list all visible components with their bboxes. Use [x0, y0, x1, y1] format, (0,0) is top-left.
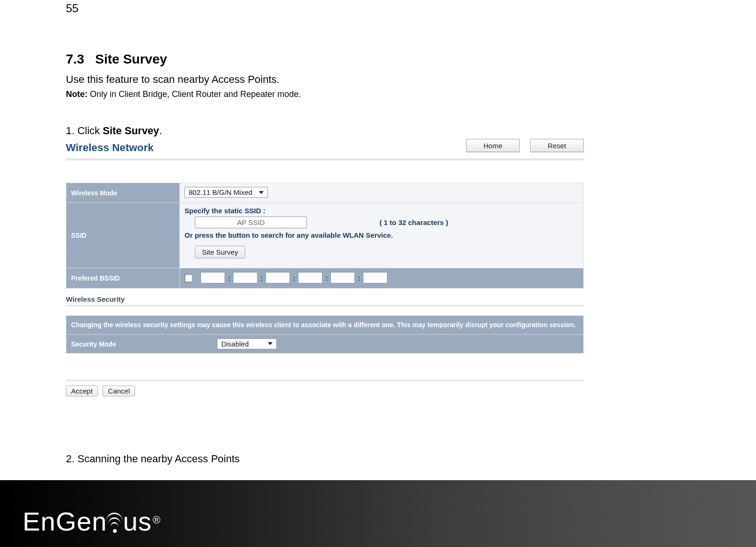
cancel-button[interactable]: Cancel [103, 386, 135, 396]
row-ssid: SSID Specify the static SSID : AP SSID (… [66, 203, 584, 268]
ssid-value-cell: Specify the static SSID : AP SSID ( 1 to… [180, 203, 584, 268]
row-wireless-mode: Wireless Mode 802.11 B/G/N Mixed [66, 183, 584, 203]
preferred-bssid-label: Prefered BSSID [66, 268, 180, 289]
mac-octet-2[interactable] [233, 272, 257, 283]
wireless-security-table: Changing the wireless security settings … [66, 315, 584, 354]
colon-icon: : [355, 274, 363, 282]
security-warning-text: Changing the wireless security settings … [66, 316, 584, 335]
chevron-down-icon [259, 191, 264, 194]
mac-octet-3[interactable] [265, 272, 290, 283]
row-security-warning: Changing the wireless security settings … [66, 316, 584, 335]
screenshot-panel: Wireless Network Home Reset Wireless Mod… [66, 142, 584, 396]
ssid-char-hint: ( 1 to 32 characters ) [379, 218, 448, 226]
ssid-help-2: Or press the button to search for any av… [185, 231, 579, 239]
row-security-mode: Security Mode Disabled [66, 334, 584, 353]
ssid-input[interactable]: AP SSID [195, 217, 307, 228]
wifi-icon [106, 510, 124, 534]
divider [66, 159, 584, 161]
step1-prefix: 1. Click [66, 125, 103, 137]
site-survey-button[interactable]: Site Survey [195, 246, 245, 258]
section-heading: 7.3 Site Survey [66, 52, 645, 67]
colon-icon: : [322, 274, 330, 282]
wireless-mode-value: 802.11 B/G/N Mixed [189, 188, 252, 196]
home-button[interactable]: Home [466, 139, 520, 152]
ssid-help-1: Specify the static SSID : [185, 207, 579, 215]
page-footer: EnGen us® [0, 480, 756, 547]
accept-button[interactable]: Accept [66, 386, 98, 396]
wireless-mode-select[interactable]: 802.11 B/G/N Mixed [185, 187, 268, 198]
reset-button[interactable]: Reset [530, 139, 584, 152]
security-mode-value: Disabled [221, 340, 249, 348]
security-mode-select[interactable]: Disabled [217, 338, 277, 349]
wireless-mode-label: Wireless Mode [66, 183, 180, 203]
mac-input-group: : : : : : [201, 272, 387, 283]
note-text: Only in Client Bridge, Client Router and… [88, 89, 301, 99]
section-description: Use this feature to scan nearby Access P… [66, 73, 645, 86]
ssid-label: SSID [66, 203, 180, 268]
section-number: 7.3 [66, 52, 84, 66]
wireless-security-header: Wireless Security [66, 295, 584, 303]
chevron-down-icon [268, 342, 273, 345]
colon-icon: : [290, 274, 298, 282]
step-1: 1. Click Site Survey. [66, 125, 645, 137]
preferred-bssid-checkbox[interactable] [185, 274, 193, 282]
wireless-settings-table: Wireless Mode 802.11 B/G/N Mixed SSID Sp… [66, 183, 584, 289]
colon-icon: : [225, 274, 233, 282]
security-mode-label: Security Mode [71, 340, 116, 348]
preferred-bssid-value-cell: : : : : : [180, 268, 584, 289]
mac-octet-5[interactable] [330, 272, 355, 283]
divider [66, 380, 584, 382]
mac-octet-4[interactable] [298, 272, 322, 283]
engenius-logo: EnGen us® [23, 506, 161, 537]
mac-octet-6[interactable] [363, 272, 387, 283]
page-number: 55 [66, 2, 645, 15]
step-2: 2. Scanning the nearby Access Points [66, 453, 645, 465]
step1-suffix: . [159, 125, 162, 137]
divider [66, 305, 584, 307]
mac-octet-1[interactable] [201, 272, 225, 283]
note-label: Note: [66, 89, 88, 99]
section-note: Note: Only in Client Bridge, Client Rout… [66, 89, 645, 99]
step1-bold: Site Survey [103, 125, 159, 137]
colon-icon: : [257, 274, 265, 282]
wireless-mode-value-cell: 802.11 B/G/N Mixed [180, 183, 584, 203]
section-title: Site Survey [95, 52, 167, 66]
row-preferred-bssid: Prefered BSSID : : : : : [66, 268, 584, 289]
